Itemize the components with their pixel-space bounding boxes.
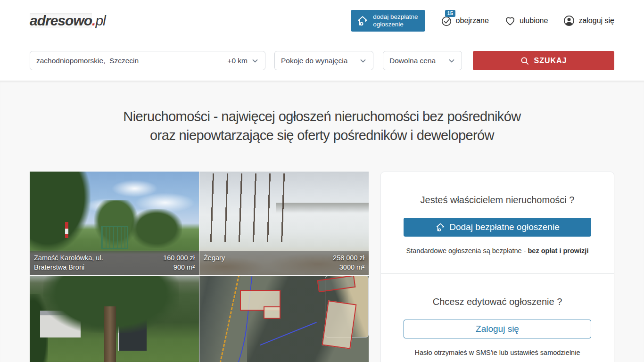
chevron-down-icon [448, 57, 455, 65]
location-input[interactable] [36, 57, 227, 65]
owner-section: Jesteś właścicielem nieruchomości ? Doda… [381, 172, 614, 273]
heart-icon [504, 15, 516, 27]
nav-favorites-label: ulubione [520, 16, 548, 25]
listing-card[interactable]: Żegary 258 000 zł 3000 m² [199, 172, 369, 275]
nav-viewed[interactable]: 15 obejrzane [440, 15, 489, 27]
listing-card[interactable]: Korenowo Pieszycko, ul. 240 000 zł [30, 276, 199, 362]
house-plus-icon [435, 222, 446, 232]
listing-location-2: Braterstwa Broni [34, 263, 158, 272]
listing-location-2 [204, 263, 328, 272]
listing-price: 160 000 zł [163, 253, 195, 263]
password-hint: Hasło otrzymałeś w SMS'ie lub ustawiłeś … [404, 349, 591, 356]
price-value: Dowolna cena [389, 57, 436, 65]
listing-photo [199, 276, 369, 362]
login-button[interactable]: Zaloguj się [404, 320, 591, 338]
listing-card[interactable]: Zamość Karolówka, ul. 160 000 zł Braters… [30, 172, 199, 275]
add-listing-button[interactable]: dodaj bezpłatne ogłoszenie [351, 10, 425, 32]
add-free-listing-button[interactable]: Dodaj bezpłatne ogłoszenie [404, 218, 591, 237]
top-bar: adresowo.pl dodaj bezpłatne ogłoszenie 1… [0, 0, 644, 41]
user-icon [563, 15, 575, 27]
viewed-count-badge: 15 [445, 10, 455, 17]
chevron-down-icon [359, 57, 367, 65]
top-nav: dodaj bezpłatne ogłoszenie 15 obejrzane … [351, 10, 614, 32]
search-button[interactable]: SZUKAJ [473, 51, 614, 70]
listing-area: 3000 m² [333, 263, 364, 272]
listings-grid: Zamość Karolówka, ul. 160 000 zł Braters… [30, 172, 369, 362]
radius-value: +0 km [227, 57, 248, 65]
logo[interactable]: adresowo.pl [30, 13, 106, 29]
nav-login[interactable]: zaloguj się [563, 15, 614, 27]
listing-caption: Zamość Karolówka, ul. 160 000 zł Braters… [30, 251, 199, 275]
nav-viewed-label: obejrzane [456, 16, 489, 25]
logo-main: adresowo [30, 13, 92, 28]
main-section: Nieruchomości - najwięcej ogłoszeń nieru… [0, 81, 644, 362]
listing-photo [30, 276, 199, 362]
listing-caption: Żegary 258 000 zł 3000 m² [199, 251, 369, 275]
category-select[interactable]: Pokoje do wynajęcia [274, 51, 373, 70]
nav-favorites[interactable]: ulubione [504, 15, 548, 27]
house-plus-icon [356, 15, 369, 27]
chevron-down-icon [251, 57, 259, 65]
radius-select[interactable]: +0 km [227, 57, 259, 65]
page-title: Nieruchomości - najwięcej ogłoszeń nieru… [0, 81, 644, 145]
add-free-listing-label: Dodaj bezpłatne ogłoszenie [449, 222, 559, 232]
edit-section: Chcesz edytować ogłoszenie ? Zaloguj się… [381, 273, 614, 362]
search-icon [520, 56, 529, 66]
price-select[interactable]: Dowolna cena [383, 51, 462, 70]
edit-heading: Chcesz edytować ogłoszenie ? [404, 296, 591, 307]
search-button-label: SZUKAJ [534, 57, 567, 65]
add-listing-label: dodaj bezpłatne ogłoszenie [373, 13, 418, 28]
location-field: +0 km [30, 51, 265, 70]
free-listing-note: Standardowe ogłoszenia są bezpłatne - be… [404, 247, 591, 255]
owner-panel: Jesteś właścicielem nieruchomości ? Doda… [380, 172, 614, 362]
logo-tld: pl [95, 13, 105, 28]
listing-area: 900 m² [163, 263, 195, 272]
category-value: Pokoje do wynajęcia [281, 57, 347, 65]
search-bar: +0 km Pokoje do wynajęcia Dowolna cena S… [0, 41, 644, 81]
listing-price: 258 000 zł [333, 253, 364, 263]
listing-location: Żegary [204, 253, 328, 263]
listing-location: Zamość Karolówka, ul. [34, 253, 158, 263]
owner-heading: Jesteś właścicielem nieruchomości ? [404, 195, 591, 206]
listing-card[interactable]: Rychliki 385 000 zł [199, 276, 369, 362]
nav-login-label: zaloguj się [578, 16, 614, 25]
